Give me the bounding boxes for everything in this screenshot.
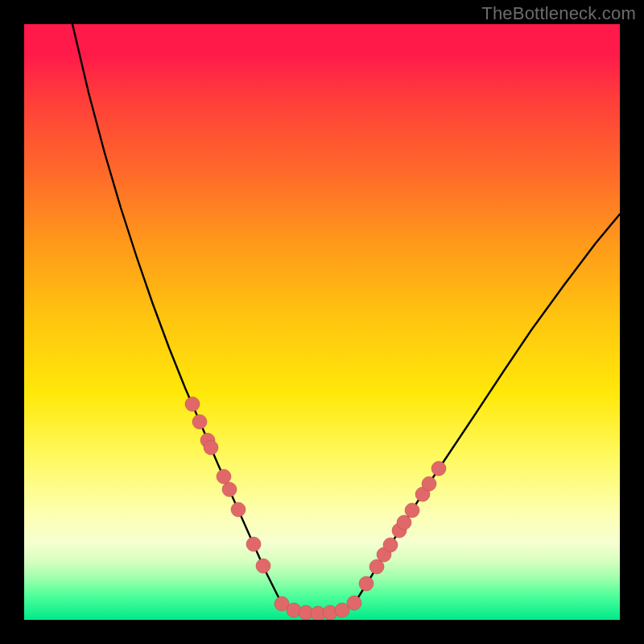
sample-marker — [185, 397, 200, 411]
watermark-text: TheBottleneck.com — [481, 3, 636, 24]
plot-area — [24, 24, 620, 620]
sample-marker — [405, 503, 419, 518]
sample-marker — [397, 515, 411, 530]
sample-marker — [256, 559, 270, 573]
sample-marker — [431, 461, 446, 476]
sample-marker — [347, 596, 361, 610]
sample-marker — [359, 576, 374, 591]
sample-marker — [217, 469, 231, 484]
sample-marker — [222, 482, 237, 497]
chart-svg — [24, 24, 620, 620]
sample-marker — [204, 440, 218, 455]
sample-marker — [246, 537, 261, 551]
chart-frame: TheBottleneck.com — [0, 0, 644, 644]
sample-marker-group — [185, 397, 446, 620]
v-curve — [72, 24, 620, 613]
sample-marker — [231, 502, 246, 517]
sample-marker — [192, 415, 207, 429]
sample-marker — [383, 538, 398, 552]
sample-marker — [422, 477, 436, 491]
